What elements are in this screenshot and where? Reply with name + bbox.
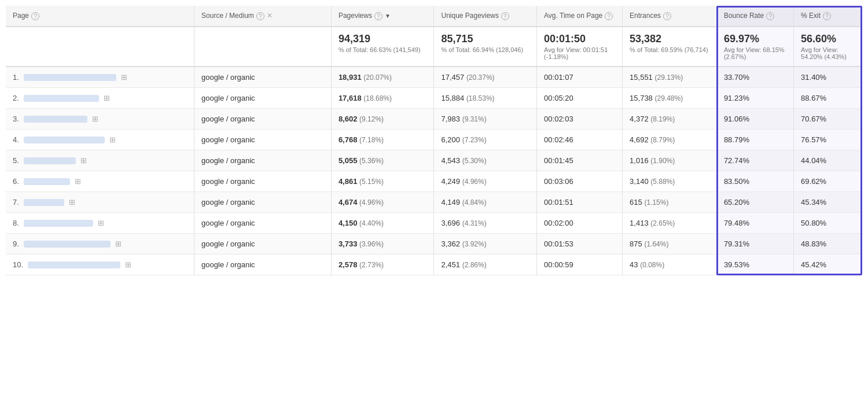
cell-unique-8: 3,362 (3.92%) — [434, 234, 537, 255]
cell-bounce-1: 91.23% — [716, 88, 793, 109]
page-link-blurred[interactable] — [24, 74, 116, 81]
entrances-main: 15,738 — [630, 94, 653, 102]
summary-page — [6, 27, 194, 67]
pageviews-help-icon[interactable]: ? — [374, 12, 382, 20]
avgtime-value: 00:02:00 — [544, 219, 573, 227]
col-header-entrances: Entrances ? — [623, 6, 717, 27]
page-link-blurred[interactable] — [24, 116, 87, 123]
unique-value: 6,200 — [441, 135, 460, 144]
cell-exit-0: 31.40% — [794, 67, 862, 88]
cell-avgtime-6: 00:01:51 — [537, 192, 623, 213]
copy-icon[interactable]: ⊞ — [115, 239, 122, 248]
unique-value: 7,983 — [441, 115, 460, 123]
copy-icon[interactable]: ⊞ — [80, 156, 87, 165]
col-page-label: Page — [13, 12, 29, 20]
copy-icon[interactable]: ⊞ — [69, 198, 75, 207]
table-row: 2. ⊞ google / organic 17,618 (18.68%) 15… — [6, 88, 862, 109]
copy-icon[interactable]: ⊞ — [121, 73, 127, 82]
summary-pageviews-main: 94,319 — [339, 33, 427, 45]
cell-page-6: 7. ⊞ — [6, 192, 194, 213]
avgtime-value: 00:01:07 — [544, 73, 573, 82]
page-link-blurred[interactable] — [28, 261, 120, 268]
unique-value: 4,543 — [441, 156, 460, 165]
unique-value: 3,362 — [441, 239, 460, 248]
col-pageviews-label: Pageviews — [339, 12, 372, 20]
page-link-blurred[interactable] — [24, 137, 105, 143]
unique-value: 4,149 — [441, 198, 460, 207]
page-link-blurred[interactable] — [24, 220, 93, 227]
cell-pageviews-3: 6,768 (7.18%) — [331, 130, 434, 150]
exit-value: 31.40% — [801, 73, 826, 82]
cell-avgtime-7: 00:02:00 — [537, 213, 623, 234]
summary-exit-sub: Avg for View: 54.20% (4.43%) — [801, 46, 855, 60]
unique-value: 2,451 — [441, 260, 460, 269]
summary-avgtime-sub: Avg for View: 00:01:51 (-1.18%) — [544, 46, 615, 60]
copy-icon[interactable]: ⊞ — [104, 94, 110, 102]
bounce-help-icon[interactable]: ? — [766, 12, 774, 20]
cell-exit-4: 44.04% — [794, 150, 862, 171]
unique-pct: (3.92%) — [462, 240, 487, 248]
pageviews-sort-icon[interactable]: ▼ — [385, 13, 391, 19]
cell-entrances-7: 1,413 (2.65%) — [623, 213, 717, 234]
copy-icon[interactable]: ⊞ — [109, 135, 116, 144]
entrances-main: 15,551 — [630, 73, 653, 82]
cell-source-8: google / organic — [194, 234, 332, 255]
table-row: 3. ⊞ google / organic 8,602 (9.12%) 7,98… — [6, 109, 862, 130]
entrances-pct: (1.90%) — [650, 157, 675, 165]
avgtime-value: 00:01:45 — [544, 156, 573, 165]
cell-exit-8: 48.83% — [794, 234, 862, 255]
copy-icon[interactable]: ⊞ — [125, 260, 131, 269]
avgtime-help-icon[interactable]: ? — [605, 12, 613, 20]
table-header-row: Page ? Source / Medium ? ✕ Pageviews ? — [6, 6, 862, 27]
col-source-label: Source / Medium — [201, 12, 254, 20]
source-medium-value: google / organic — [201, 156, 255, 165]
page-link-blurred[interactable] — [24, 241, 111, 248]
bounce-value: 33.70% — [724, 73, 749, 82]
page-link-blurred[interactable] — [24, 95, 99, 102]
source-close-icon[interactable]: ✕ — [267, 12, 273, 20]
copy-icon[interactable]: ⊞ — [98, 219, 104, 227]
cell-bounce-4: 72.74% — [716, 150, 793, 171]
cell-page-2: 3. ⊞ — [6, 109, 194, 130]
page-link-blurred[interactable] — [24, 199, 64, 206]
copy-icon[interactable]: ⊞ — [75, 177, 81, 186]
col-header-unique: Unique Pageviews ? — [434, 6, 537, 27]
col-exit-label: % Exit — [801, 12, 821, 20]
pageviews-main: 6,768 — [339, 135, 358, 144]
source-help-icon[interactable]: ? — [256, 12, 264, 20]
cell-page-7: 8. ⊞ — [6, 213, 194, 234]
table-row: 4. ⊞ google / organic 6,768 (7.18%) 6,20… — [6, 130, 862, 150]
pageviews-main: 4,861 — [339, 177, 358, 186]
cell-bounce-0: 33.70% — [716, 67, 793, 88]
entrances-pct: (8.79%) — [650, 136, 675, 144]
avgtime-value: 00:02:46 — [544, 135, 573, 144]
summary-unique-main: 85,715 — [441, 33, 529, 45]
summary-bounce: 69.97% Avg for View: 68.15% (2.67%) — [716, 27, 793, 67]
entrances-main: 615 — [630, 198, 642, 207]
entrances-pct: (8.19%) — [650, 115, 675, 123]
entrances-main: 3,140 — [630, 177, 649, 186]
copy-icon[interactable]: ⊞ — [92, 115, 98, 123]
cell-exit-6: 45.34% — [794, 192, 862, 213]
cell-page-5: 6. ⊞ — [6, 171, 194, 192]
exit-value: 88.67% — [801, 94, 826, 102]
exit-value: 48.83% — [801, 239, 826, 248]
page-link-blurred[interactable] — [24, 157, 76, 164]
exit-value: 69.62% — [801, 177, 826, 186]
unique-help-icon[interactable]: ? — [501, 12, 509, 20]
bounce-value: 39.53% — [724, 260, 749, 269]
entrances-help-icon[interactable]: ? — [663, 12, 671, 20]
pageviews-pct: (18.68%) — [363, 94, 392, 102]
pageviews-pct: (9.12%) — [359, 115, 384, 123]
cell-entrances-8: 875 (1.64%) — [623, 234, 717, 255]
row-number: 7. — [13, 198, 19, 207]
page-help-icon[interactable]: ? — [31, 12, 39, 20]
page-link-blurred[interactable] — [24, 178, 70, 185]
cell-entrances-2: 4,372 (8.19%) — [623, 109, 717, 130]
cell-avgtime-8: 00:01:53 — [537, 234, 623, 255]
pageviews-pct: (5.36%) — [359, 157, 384, 165]
cell-unique-9: 2,451 (2.86%) — [434, 255, 537, 275]
table-row: 1. ⊞ google / organic 18,931 (20.07%) 17… — [6, 67, 862, 88]
exit-help-icon[interactable]: ? — [823, 12, 831, 20]
entrances-main: 43 — [630, 260, 638, 269]
